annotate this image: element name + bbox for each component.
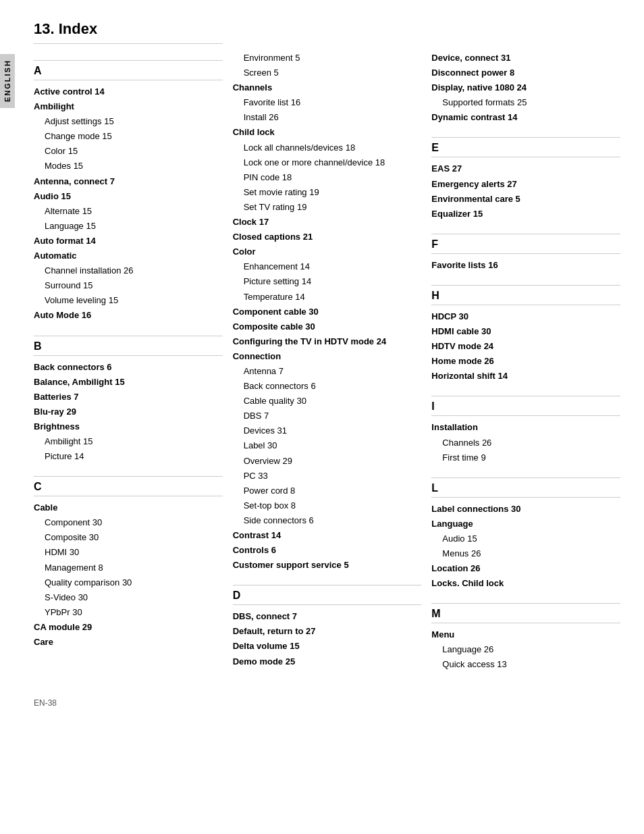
index-entry: Contrast 14 (233, 528, 422, 543)
section-letter: F (431, 238, 620, 254)
index-entry: Enhancement 14 (233, 259, 422, 274)
section-2: FFavorite lists 16 (431, 234, 620, 273)
section-0: Environment 5Screen 5ChannelsFavorite li… (233, 51, 422, 573)
index-entry: Closed captions 21 (233, 230, 422, 244)
index-entry: Set TV rating 19 (233, 200, 422, 215)
index-entry: Clock 17 (233, 215, 422, 230)
index-entry: Management 8 (34, 561, 223, 575)
index-entry: Child lock (233, 125, 422, 140)
index-entry: Modes 15 (34, 159, 223, 174)
index-entry: Equalizer 15 (431, 207, 620, 221)
index-entry: First time 9 (431, 450, 620, 465)
index-entry: Composite 30 (34, 530, 223, 545)
index-entry: Temperature 14 (233, 290, 422, 305)
index-entry: Alternate 15 (34, 204, 223, 219)
index-entry: HDCP 30 (431, 309, 620, 324)
page-footer: EN-38 (34, 698, 630, 708)
index-entry: Controls 6 (233, 543, 422, 558)
index-entry: Picture 14 (34, 449, 223, 464)
index-entry: Antenna 7 (233, 364, 422, 379)
section-letter: D (233, 590, 422, 605)
index-entry: Channels 26 (431, 436, 620, 450)
index-entry: Connection (233, 349, 422, 364)
index-entry: EAS 27 (431, 161, 620, 176)
index-entry: Lock one or more channel/device 18 (233, 155, 422, 170)
index-entry: Side connectors 6 (233, 513, 422, 528)
index-entry: Delta volume 15 (233, 639, 422, 654)
index-entry: Adjust settings 15 (34, 114, 223, 129)
index-entry: Favorite list 16 (233, 95, 422, 110)
index-entry: Auto Mode 16 (34, 308, 223, 323)
index-entry: Active control 14 (34, 84, 223, 99)
index-entry: Set movie rating 19 (233, 185, 422, 200)
index-entry: Device, connect 31 (431, 51, 620, 66)
index-entry: Label 30 (233, 438, 422, 453)
index-entry: Menus 26 (431, 546, 620, 561)
index-entry: Surround 15 (34, 278, 223, 293)
index-entry: Antenna, connect 7 (34, 174, 223, 189)
index-entry: Demo mode 25 (233, 654, 422, 669)
section-0: Device, connect 31Disconnect power 8Disp… (431, 51, 620, 125)
index-entry: Horizontal shift 14 (431, 369, 620, 384)
index-entry: Change mode 15 (34, 129, 223, 144)
index-entry: Installation (431, 420, 620, 435)
index-entry: Screen 5 (233, 66, 422, 80)
section-2: CCableComponent 30Composite 30HDMI 30Man… (34, 476, 223, 650)
index-entry: Volume leveling 15 (34, 293, 223, 308)
index-entry: Cable quality 30 (233, 394, 422, 409)
index-entry: Label connections 30 (431, 502, 620, 517)
section-letter: B (34, 340, 223, 356)
section-letter: E (431, 142, 620, 157)
index-entry: Brightness (34, 419, 223, 434)
index-entry: Quick access 13 (431, 657, 620, 672)
section-letter: H (431, 290, 620, 305)
index-entry: Customer support service 5 (233, 558, 422, 573)
index-entry: Auto format 14 (34, 234, 223, 249)
section-3: HHDCP 30HDMI cable 30HDTV mode 24Home mo… (431, 285, 620, 384)
page-title: 13. Index (34, 20, 223, 44)
section-letter: A (34, 65, 223, 80)
index-entry: Blu-ray 29 (34, 405, 223, 419)
index-entry: Default, return to 27 (233, 624, 422, 639)
index-entry: Audio 15 (34, 189, 223, 204)
index-entry: Home mode 26 (431, 354, 620, 369)
section-letter: C (34, 481, 223, 496)
index-entry: Configuring the TV in HDTV mode 24 (233, 334, 422, 349)
index-entry: Devices 31 (233, 423, 422, 438)
index-entry: Location 26 (431, 561, 620, 576)
index-entry: Display, native 1080 24 (431, 80, 620, 95)
index-entry: Emergency alerts 27 (431, 177, 620, 192)
index-entry: Channel installation 26 (34, 263, 223, 278)
index-entry: HDMI 30 (34, 545, 223, 560)
index-entry: DBS, connect 7 (233, 609, 422, 624)
index-entry: Environmental care 5 (431, 192, 620, 207)
index-entry: Power cord 8 (233, 484, 422, 498)
index-entry: Automatic (34, 249, 223, 263)
index-entry: Dynamic contrast 14 (431, 110, 620, 125)
index-entry: PC 33 (233, 469, 422, 484)
index-entry: Channels (233, 80, 422, 95)
section-6: MMenuLanguage 26Quick access 13 (431, 603, 620, 672)
index-entry: Batteries 7 (34, 390, 223, 405)
section-letter: M (431, 608, 620, 623)
section-0: AActive control 14AmbilightAdjust settin… (34, 60, 223, 323)
index-entry: Balance, Ambilight 15 (34, 375, 223, 390)
index-entry: Lock all channels/devices 18 (233, 140, 422, 155)
index-entry: Care (34, 635, 223, 650)
index-entry: S-Video 30 (34, 590, 223, 605)
english-tab: ENGLISH (0, 54, 15, 108)
index-entry: Language 15 (34, 219, 223, 234)
index-entry: Disconnect power 8 (431, 66, 620, 80)
column-1: AActive control 14AmbilightAdjust settin… (34, 51, 233, 685)
index-entry: Back connectors 6 (233, 379, 422, 394)
index-entry: Overview 29 (233, 454, 422, 469)
index-entry: Audio 15 (431, 531, 620, 546)
column-2: Environment 5Screen 5ChannelsFavorite li… (233, 51, 432, 685)
index-entry: Set-top box 8 (233, 498, 422, 513)
index-entry: Ambilight (34, 99, 223, 114)
index-entry: PIN code 18 (233, 170, 422, 185)
index-entry: Picture setting 14 (233, 274, 422, 289)
index-entry: Language (431, 517, 620, 531)
column-3: Device, connect 31Disconnect power 8Disp… (431, 51, 630, 685)
section-1: BBack connectors 6Balance, Ambilight 15B… (34, 336, 223, 465)
